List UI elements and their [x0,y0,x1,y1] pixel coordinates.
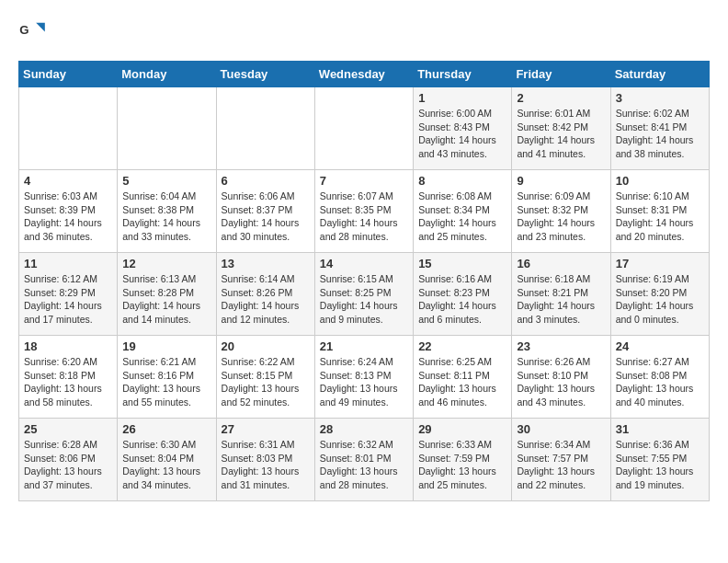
calendar-cell: 28Sunrise: 6:32 AM Sunset: 8:01 PM Dayli… [314,419,413,501]
header-day: Sunday [19,62,118,87]
cell-content: Sunrise: 6:03 AM Sunset: 8:39 PM Dayligh… [24,190,112,244]
header-day: Monday [118,62,216,87]
cell-content: Sunrise: 6:13 AM Sunset: 8:28 PM Dayligh… [122,272,210,327]
calendar-cell: 19Sunrise: 6:21 AM Sunset: 8:16 PM Dayli… [118,336,216,419]
cell-content: Sunrise: 6:28 AM Sunset: 8:06 PM Dayligh… [24,438,112,492]
calendar-cell: 11Sunrise: 6:12 AM Sunset: 8:29 PM Dayli… [19,253,118,336]
day-number: 9 [517,174,605,188]
cell-content: Sunrise: 6:08 AM Sunset: 8:34 PM Dayligh… [418,190,506,244]
calendar-cell: 18Sunrise: 6:20 AM Sunset: 8:18 PM Dayli… [19,336,118,419]
calendar-cell: 27Sunrise: 6:31 AM Sunset: 8:03 PM Dayli… [216,419,314,501]
calendar-week-row: 1Sunrise: 6:00 AM Sunset: 8:43 PM Daylig… [19,87,710,170]
cell-content: Sunrise: 6:14 AM Sunset: 8:26 PM Dayligh… [222,272,310,327]
day-number: 20 [222,339,310,353]
cell-content: Sunrise: 6:25 AM Sunset: 8:11 PM Dayligh… [418,355,506,409]
day-number: 22 [418,339,506,353]
cell-content: Sunrise: 6:24 AM Sunset: 8:13 PM Dayligh… [320,355,408,409]
cell-content: Sunrise: 6:33 AM Sunset: 7:59 PM Dayligh… [418,438,506,492]
day-number: 4 [24,174,112,188]
cell-content: Sunrise: 6:31 AM Sunset: 8:03 PM Dayligh… [222,438,310,492]
day-number: 21 [320,339,408,353]
header-day: Thursday [414,62,512,87]
cell-content: Sunrise: 6:20 AM Sunset: 8:18 PM Dayligh… [24,355,112,409]
svg-text:G: G [19,23,28,37]
calendar-cell [216,87,314,170]
day-number: 14 [320,257,408,270]
day-number: 26 [122,422,210,436]
calendar-week-row: 4Sunrise: 6:03 AM Sunset: 8:39 PM Daylig… [19,170,710,253]
cell-content: Sunrise: 6:07 AM Sunset: 8:35 PM Dayligh… [320,190,408,244]
calendar-cell: 9Sunrise: 6:09 AM Sunset: 8:32 PM Daylig… [512,170,610,253]
day-number: 2 [517,91,605,105]
calendar-cell [314,87,413,170]
cell-content: Sunrise: 6:09 AM Sunset: 8:32 PM Dayligh… [517,190,605,244]
day-number: 23 [517,339,605,353]
calendar-cell: 15Sunrise: 6:16 AM Sunset: 8:23 PM Dayli… [414,253,512,336]
calendar-week-row: 25Sunrise: 6:28 AM Sunset: 8:06 PM Dayli… [19,419,710,501]
calendar-cell: 1Sunrise: 6:00 AM Sunset: 8:43 PM Daylig… [414,87,512,170]
header-day: Saturday [610,62,709,87]
calendar-cell [19,87,118,170]
day-number: 27 [222,422,310,436]
cell-content: Sunrise: 6:02 AM Sunset: 8:41 PM Dayligh… [616,107,704,161]
cell-content: Sunrise: 6:21 AM Sunset: 8:16 PM Dayligh… [122,355,210,409]
calendar-cell: 10Sunrise: 6:10 AM Sunset: 8:31 PM Dayli… [610,170,709,253]
calendar-week-row: 18Sunrise: 6:20 AM Sunset: 8:18 PM Dayli… [19,336,710,419]
day-number: 19 [122,339,210,353]
calendar-cell: 7Sunrise: 6:07 AM Sunset: 8:35 PM Daylig… [314,170,413,253]
day-number: 15 [418,257,506,270]
calendar-cell: 22Sunrise: 6:25 AM Sunset: 8:11 PM Dayli… [414,336,512,419]
day-number: 17 [616,257,704,270]
calendar: SundayMondayTuesdayWednesdayThursdayFrid… [18,61,710,501]
calendar-cell: 12Sunrise: 6:13 AM Sunset: 8:28 PM Dayli… [118,253,216,336]
day-number: 11 [24,257,112,270]
day-number: 31 [616,422,704,436]
cell-content: Sunrise: 6:22 AM Sunset: 8:15 PM Dayligh… [222,355,310,409]
day-number: 10 [616,174,704,188]
calendar-cell: 8Sunrise: 6:08 AM Sunset: 8:34 PM Daylig… [414,170,512,253]
day-number: 6 [222,174,310,188]
header-day: Tuesday [216,62,314,87]
calendar-cell: 31Sunrise: 6:36 AM Sunset: 7:55 PM Dayli… [610,419,709,501]
day-number: 16 [517,257,605,270]
day-number: 8 [418,174,506,188]
cell-content: Sunrise: 6:01 AM Sunset: 8:42 PM Dayligh… [517,107,605,161]
calendar-cell: 6Sunrise: 6:06 AM Sunset: 8:37 PM Daylig… [216,170,314,253]
header-day: Wednesday [314,62,413,87]
day-number: 18 [24,339,112,353]
day-number: 7 [320,174,408,188]
day-number: 3 [616,91,704,105]
calendar-cell: 20Sunrise: 6:22 AM Sunset: 8:15 PM Dayli… [216,336,314,419]
day-number: 5 [122,174,210,188]
calendar-cell: 30Sunrise: 6:34 AM Sunset: 7:57 PM Dayli… [512,419,610,501]
cell-content: Sunrise: 6:18 AM Sunset: 8:21 PM Dayligh… [517,272,605,327]
day-number: 13 [222,257,310,270]
calendar-cell: 24Sunrise: 6:27 AM Sunset: 8:08 PM Dayli… [610,336,709,419]
cell-content: Sunrise: 6:26 AM Sunset: 8:10 PM Dayligh… [517,355,605,409]
day-number: 12 [122,257,210,270]
header-day: Friday [512,62,610,87]
cell-content: Sunrise: 6:15 AM Sunset: 8:25 PM Dayligh… [320,272,408,327]
cell-content: Sunrise: 6:00 AM Sunset: 8:43 PM Dayligh… [418,107,506,161]
cell-content: Sunrise: 6:04 AM Sunset: 8:38 PM Dayligh… [122,190,210,244]
logo-icon: G [18,18,46,46]
cell-content: Sunrise: 6:27 AM Sunset: 8:08 PM Dayligh… [616,355,704,409]
calendar-header: SundayMondayTuesdayWednesdayThursdayFrid… [19,62,710,87]
calendar-cell: 23Sunrise: 6:26 AM Sunset: 8:10 PM Dayli… [512,336,610,419]
calendar-cell: 16Sunrise: 6:18 AM Sunset: 8:21 PM Dayli… [512,253,610,336]
header-row: SundayMondayTuesdayWednesdayThursdayFrid… [19,62,710,87]
cell-content: Sunrise: 6:30 AM Sunset: 8:04 PM Dayligh… [122,438,210,492]
calendar-cell: 13Sunrise: 6:14 AM Sunset: 8:26 PM Dayli… [216,253,314,336]
cell-content: Sunrise: 6:16 AM Sunset: 8:23 PM Dayligh… [418,272,506,327]
calendar-cell: 17Sunrise: 6:19 AM Sunset: 8:20 PM Dayli… [610,253,709,336]
calendar-body: 1Sunrise: 6:00 AM Sunset: 8:43 PM Daylig… [19,87,710,501]
calendar-cell: 14Sunrise: 6:15 AM Sunset: 8:25 PM Dayli… [314,253,413,336]
calendar-cell: 29Sunrise: 6:33 AM Sunset: 7:59 PM Dayli… [414,419,512,501]
calendar-cell: 2Sunrise: 6:01 AM Sunset: 8:42 PM Daylig… [512,87,610,170]
day-number: 1 [418,91,506,105]
logo: G [18,18,48,46]
cell-content: Sunrise: 6:34 AM Sunset: 7:57 PM Dayligh… [517,438,605,492]
calendar-cell: 25Sunrise: 6:28 AM Sunset: 8:06 PM Dayli… [19,419,118,501]
calendar-week-row: 11Sunrise: 6:12 AM Sunset: 8:29 PM Dayli… [19,253,710,336]
day-number: 25 [24,422,112,436]
